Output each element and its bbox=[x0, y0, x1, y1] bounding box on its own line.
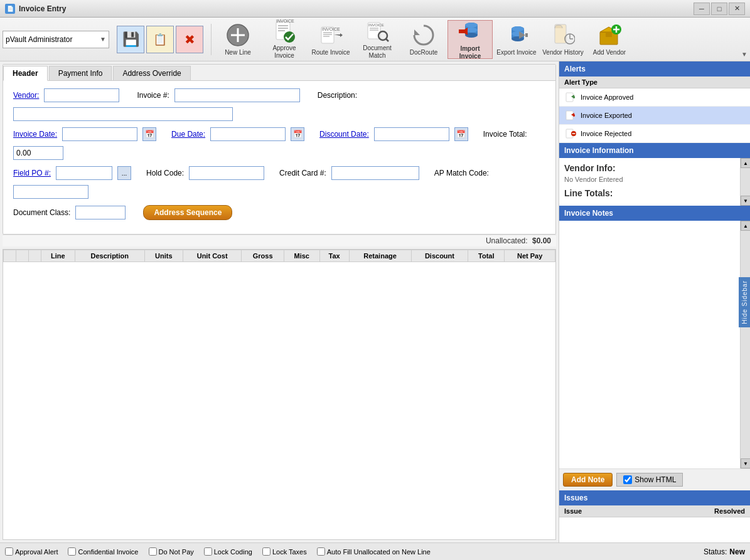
info-scroll-down[interactable]: ▼ bbox=[741, 196, 750, 206]
approve-invoice-icon: INVOICE bbox=[272, 19, 297, 43]
invoice-num-label: Invoice #: bbox=[137, 91, 169, 100]
vendor-label[interactable]: Vendor: bbox=[13, 91, 39, 100]
discount-date-input[interactable] bbox=[374, 127, 449, 141]
confidential-invoice-label: Confidential Invoice bbox=[78, 548, 138, 556]
approve-invoice-button[interactable]: INVOICE Approve Invoice bbox=[262, 20, 307, 59]
description-input[interactable] bbox=[13, 107, 233, 121]
alerts-col-header: Alert Type bbox=[559, 77, 750, 88]
due-date-calendar-button[interactable]: 📅 bbox=[291, 127, 304, 141]
export-invoice-button[interactable]: Export Invoice bbox=[494, 20, 539, 59]
col-line: Line bbox=[41, 250, 75, 262]
add-note-button[interactable]: Add Note bbox=[563, 473, 613, 487]
show-html-button[interactable]: Show HTML bbox=[616, 473, 683, 487]
doc-icon: 📋 bbox=[153, 33, 167, 46]
due-date-input[interactable] bbox=[210, 127, 286, 141]
export-invoice-icon bbox=[504, 23, 529, 48]
toolbar-separator bbox=[211, 24, 212, 55]
col-net-pay: Net Pay bbox=[505, 250, 555, 262]
maximize-button[interactable]: □ bbox=[711, 3, 727, 15]
lock-coding-checkbox[interactable] bbox=[204, 547, 212, 556]
tab-header[interactable]: Header bbox=[3, 66, 48, 81]
dropdown-arrow-icon: ▼ bbox=[100, 36, 106, 43]
status-value: New bbox=[729, 547, 745, 556]
vendor-info-text: No Vendor Entered bbox=[564, 176, 732, 183]
do-not-pay-checkbox[interactable] bbox=[149, 547, 157, 556]
vendor-history-button[interactable]: Vendor History bbox=[540, 20, 586, 59]
field-po-input[interactable] bbox=[56, 166, 112, 180]
document-match-button[interactable]: INVOICE Document Match bbox=[355, 20, 400, 59]
new-line-button[interactable]: New Line bbox=[215, 20, 260, 59]
approve-invoice-label: Approve Invoice bbox=[263, 45, 306, 60]
route-invoice-button[interactable]: INVOICE Route Invoice bbox=[308, 20, 353, 59]
add-vendor-button[interactable]: Add Vendor bbox=[587, 20, 632, 59]
field-po-helper-button[interactable]: ... bbox=[117, 166, 131, 180]
svg-text:INVOICE: INVOICE bbox=[322, 27, 340, 31]
hide-sidebar-button[interactable]: Hide Sidebar bbox=[739, 277, 750, 327]
confidential-invoice-checkbox[interactable] bbox=[68, 547, 76, 556]
doc-button[interactable]: 📋 bbox=[146, 26, 174, 53]
invoice-total-input[interactable] bbox=[13, 146, 63, 160]
issues-col-resolved: Resolved bbox=[714, 507, 745, 515]
invoice-notes-section-header: Invoice Notes bbox=[559, 206, 750, 221]
svg-point-25 bbox=[465, 23, 478, 28]
approval-alert-label: Approval Alert bbox=[15, 548, 58, 556]
user-dropdown[interactable]: pVault Administrator ▼ bbox=[3, 31, 109, 48]
svg-line-20 bbox=[386, 39, 388, 41]
svg-rect-49 bbox=[566, 111, 573, 120]
vendor-history-icon bbox=[550, 23, 576, 48]
do-not-pay-label: Do Not Pay bbox=[159, 548, 194, 556]
invoice-date-label[interactable]: Invoice Date: bbox=[13, 130, 57, 139]
docroute-button[interactable]: DocRoute bbox=[401, 20, 446, 59]
auto-fill-check: Auto Fill Unallocated on New Line bbox=[317, 547, 431, 556]
info-scroll-up[interactable]: ▲ bbox=[741, 158, 750, 168]
svg-rect-28 bbox=[459, 29, 468, 33]
import-invoice-button[interactable]: Import Invoice bbox=[447, 20, 493, 59]
discount-date-label[interactable]: Discount Date: bbox=[319, 130, 369, 139]
col-total: Total bbox=[468, 250, 505, 262]
document-class-input[interactable] bbox=[75, 206, 126, 219]
auto-fill-checkbox[interactable] bbox=[317, 547, 325, 556]
show-html-checkbox[interactable] bbox=[623, 475, 632, 484]
quick-actions: 💾 📋 ✖ bbox=[117, 20, 203, 59]
close-button[interactable]: ✕ bbox=[729, 3, 745, 15]
app-title: Invoice Entry bbox=[19, 4, 66, 13]
unallocated-bar: Unallocated: $0.00 bbox=[3, 235, 556, 246]
notes-scroll-down[interactable]: ▼ bbox=[741, 458, 750, 468]
svg-rect-42 bbox=[606, 32, 612, 37]
col-icon2 bbox=[29, 250, 41, 262]
notes-scroll-up[interactable]: ▲ bbox=[741, 221, 750, 231]
invoice-total-label: Invoice Total: bbox=[483, 130, 527, 139]
tab-address-override[interactable]: Address Override bbox=[113, 66, 190, 80]
minimize-button[interactable]: ─ bbox=[694, 3, 710, 15]
hold-code-input[interactable] bbox=[189, 166, 264, 180]
vendor-input[interactable] bbox=[44, 88, 119, 102]
save-button[interactable]: 💾 bbox=[117, 26, 144, 53]
due-date-label[interactable]: Due Date: bbox=[171, 130, 205, 139]
invoice-date-input[interactable] bbox=[62, 127, 137, 141]
discount-date-calendar-button[interactable]: 📅 bbox=[454, 127, 468, 141]
alert-row-rejected[interactable]: Invoice Rejected bbox=[559, 125, 750, 143]
ap-match-code-input[interactable] bbox=[13, 185, 88, 199]
col-misc: Misc bbox=[284, 250, 319, 262]
invoice-num-input[interactable] bbox=[174, 88, 300, 102]
field-po-label[interactable]: Field PO #: bbox=[13, 169, 51, 177]
hold-code-label: Hold Code: bbox=[146, 169, 184, 177]
svg-rect-51 bbox=[573, 115, 575, 117]
invoice-date-calendar-button[interactable]: 📅 bbox=[142, 127, 156, 141]
credit-card-input[interactable] bbox=[331, 166, 419, 180]
svg-text:INVOICE: INVOICE bbox=[276, 19, 294, 23]
approval-alert-checkbox[interactable] bbox=[5, 547, 13, 556]
lock-taxes-checkbox[interactable] bbox=[262, 547, 271, 556]
lock-taxes-check: Lock Taxes bbox=[262, 547, 307, 556]
address-sequence-button[interactable]: Address Sequence bbox=[143, 205, 232, 220]
tab-payment-info[interactable]: Payment Info bbox=[49, 66, 112, 80]
alert-row-approved[interactable]: Invoice Approved bbox=[559, 88, 750, 107]
col-gross: Gross bbox=[242, 250, 284, 262]
add-note-bar: Add Note Show HTML bbox=[559, 468, 750, 490]
document-match-label: Document Match bbox=[356, 45, 399, 60]
add-vendor-icon bbox=[597, 23, 622, 48]
alert-row-exported[interactable]: Invoice Exported bbox=[559, 107, 750, 125]
delete-button[interactable]: ✖ bbox=[176, 26, 203, 53]
lock-coding-label: Lock Coding bbox=[214, 548, 252, 556]
docroute-label: DocRoute bbox=[410, 49, 437, 56]
